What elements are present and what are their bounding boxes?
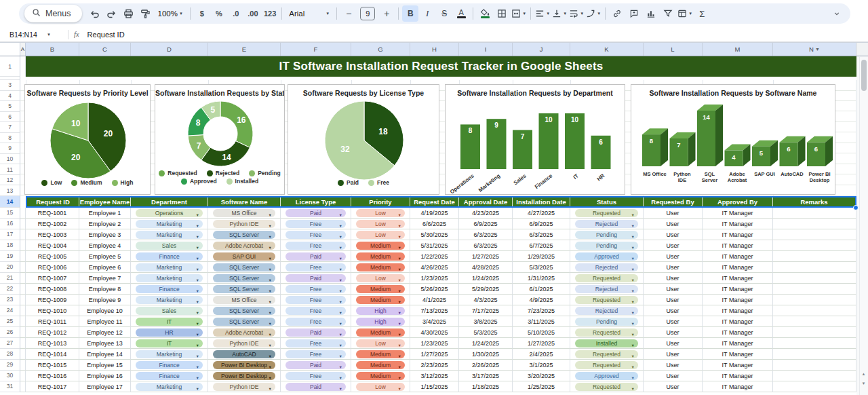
cell-approved_by[interactable]: IT Manager — [703, 229, 773, 240]
cell-installation_date[interactable]: 1/29/2025 — [513, 251, 570, 262]
select-all-corner[interactable] — [0, 43, 20, 56]
cell-installation_date[interactable]: 5/3/2025 — [513, 262, 570, 273]
row-header-10[interactable]: 10 — [0, 154, 20, 165]
cell-status[interactable]: Installed▼ — [570, 338, 644, 349]
chip-software-dropdown[interactable]: Python IDE▼ — [213, 383, 275, 391]
chip-priority-dropdown[interactable]: Low▼ — [356, 383, 405, 391]
chip-priority-dropdown[interactable]: Low▼ — [356, 231, 405, 239]
chip-status-dropdown[interactable]: Pending▼ — [575, 318, 638, 326]
chip-license-dropdown[interactable]: Free▼ — [285, 350, 346, 358]
cell-license[interactable]: Free▼ — [281, 295, 351, 305]
cell-installation_date[interactable]: 6/1/2025 — [513, 284, 570, 295]
cell-approval_date[interactable]: 1/24/2025 — [459, 273, 513, 284]
cell-id[interactable]: REQ-1008 — [26, 284, 79, 295]
column-title-priority[interactable]: Priority — [351, 198, 410, 206]
column-header-F[interactable]: F — [281, 43, 351, 56]
cell-priority[interactable]: High▼ — [351, 316, 410, 327]
cell-approved_by[interactable]: IT Manager — [703, 262, 773, 273]
chip-status-dropdown[interactable]: Requested▼ — [575, 209, 638, 217]
cell-status[interactable]: Approved▼ — [570, 251, 644, 262]
cell-approved_by[interactable]: IT Manager — [703, 208, 773, 219]
chip-license-dropdown[interactable]: Free▼ — [285, 220, 346, 228]
cell-requested_by[interactable]: User — [644, 262, 703, 273]
row-header-29[interactable]: 29 — [0, 360, 20, 371]
cell-requested_by[interactable]: User — [644, 219, 703, 229]
cell-requested_by[interactable]: User — [644, 251, 703, 262]
cell-installation_date[interactable]: 3/11/2025 — [513, 316, 570, 327]
cell-approval_date[interactable]: 7/17/2025 — [459, 305, 513, 316]
cell-license[interactable]: Free▼ — [281, 305, 351, 316]
borders-button[interactable] — [494, 5, 510, 22]
chip-software-dropdown[interactable]: SQL Server▼ — [213, 285, 275, 293]
cell-status[interactable]: Requested▼ — [570, 273, 644, 284]
cell-department[interactable]: Marketing▼ — [131, 219, 208, 229]
cell-a[interactable] — [20, 371, 26, 381]
cell-approval_date[interactable]: 1/18/2025 — [459, 381, 513, 392]
cell-priority[interactable]: Medium▼ — [351, 371, 410, 381]
cell-id[interactable]: REQ-1009 — [26, 295, 79, 305]
chip-software-dropdown[interactable]: Adobe Acrobat▼ — [213, 242, 275, 250]
cell-remarks[interactable] — [773, 240, 856, 251]
text-color-button[interactable]: A — [453, 5, 469, 22]
cell-priority[interactable]: Medium▼ — [351, 262, 410, 273]
chip-software-dropdown[interactable]: SQL Server▼ — [213, 263, 275, 271]
cell-request_date[interactable]: 1/23/2025 — [410, 338, 459, 349]
cell-requested_by[interactable]: User — [644, 381, 703, 392]
redo-button[interactable] — [104, 5, 120, 22]
cell-installation_date[interactable]: 7/23/2025 — [513, 305, 570, 316]
cell-license[interactable]: Free▼ — [281, 371, 351, 381]
column-title-installation_date[interactable]: Installation Date — [513, 198, 570, 206]
row-header-8[interactable]: 8 — [0, 133, 20, 144]
chip-license-dropdown[interactable]: Paid▼ — [285, 383, 346, 391]
selection-fill-handle[interactable] — [853, 205, 859, 210]
cell-license[interactable]: Free▼ — [281, 349, 351, 360]
cell-request_date[interactable]: 5/26/2025 — [410, 284, 459, 295]
row-header-22[interactable]: 22 — [0, 284, 20, 295]
cell-approved_by[interactable]: IT Manager — [703, 284, 773, 295]
row-header-27[interactable]: 27 — [0, 338, 20, 349]
chip-department-dropdown[interactable]: Finance▼ — [136, 372, 203, 380]
column-title-department[interactable]: Department — [131, 198, 208, 206]
column-header-E[interactable]: E — [208, 43, 281, 56]
menus-button[interactable]: Menus — [24, 5, 82, 22]
cell-request_date[interactable]: 2/23/2025 — [410, 360, 459, 371]
cell-approval_date[interactable]: 4/23/2025 — [459, 208, 513, 219]
row-header-23[interactable]: 23 — [0, 295, 20, 305]
row-header-28[interactable]: 28 — [0, 349, 20, 360]
collapse-toolbar-button[interactable] — [829, 5, 845, 22]
chip-software-dropdown[interactable]: SQL Server▼ — [213, 274, 275, 282]
cell-approval_date[interactable]: 6/3/2025 — [459, 240, 513, 251]
row-header-5[interactable]: 5 — [0, 101, 20, 112]
strikethrough-button[interactable]: S — [436, 5, 452, 22]
cell-remarks[interactable] — [773, 284, 856, 295]
cell-installation_date[interactable]: 3/1/2025 — [513, 360, 570, 371]
chip-department-dropdown[interactable]: Marketing▼ — [136, 263, 203, 271]
chip-license-dropdown[interactable]: Paid▼ — [285, 328, 346, 337]
cell-employee[interactable]: Employee 4 — [79, 240, 131, 251]
cell-id[interactable]: REQ-1003 — [26, 229, 79, 240]
chip-license-dropdown[interactable]: Paid▼ — [285, 209, 346, 217]
chip-software-dropdown[interactable]: SQL Server▼ — [213, 231, 275, 239]
row-header-7[interactable]: 7 — [0, 122, 20, 133]
cell-id[interactable]: REQ-1006 — [26, 262, 79, 273]
chip-status-dropdown[interactable]: Requested▼ — [575, 383, 638, 391]
undo-button[interactable] — [87, 5, 103, 22]
cell-a[interactable] — [20, 338, 26, 349]
cell-requested_by[interactable]: User — [644, 360, 703, 371]
cell-approved_by[interactable]: IT Manager — [703, 219, 773, 229]
cell-priority[interactable]: Medium▼ — [351, 284, 410, 295]
column-title-approval_date[interactable]: Approval Date — [459, 198, 513, 206]
cell-a[interactable] — [20, 273, 26, 284]
cell-a[interactable] — [20, 316, 26, 327]
cell-id[interactable]: REQ-1005 — [26, 251, 79, 262]
cell-remarks[interactable] — [773, 273, 856, 284]
cell-a[interactable] — [20, 381, 26, 392]
cell-status[interactable]: Pending▼ — [570, 316, 644, 327]
chip-status-dropdown[interactable]: Requested▼ — [575, 274, 638, 282]
chip-software-dropdown[interactable]: MS Office▼ — [213, 209, 275, 217]
cell-priority[interactable]: Low▼ — [351, 208, 410, 219]
column-title-status[interactable]: Status — [570, 198, 644, 206]
zoom-control[interactable]: 100%▼ — [155, 5, 186, 22]
cell-status[interactable]: Rejected▼ — [570, 262, 644, 273]
cell-department[interactable]: Sales▼ — [131, 240, 208, 251]
